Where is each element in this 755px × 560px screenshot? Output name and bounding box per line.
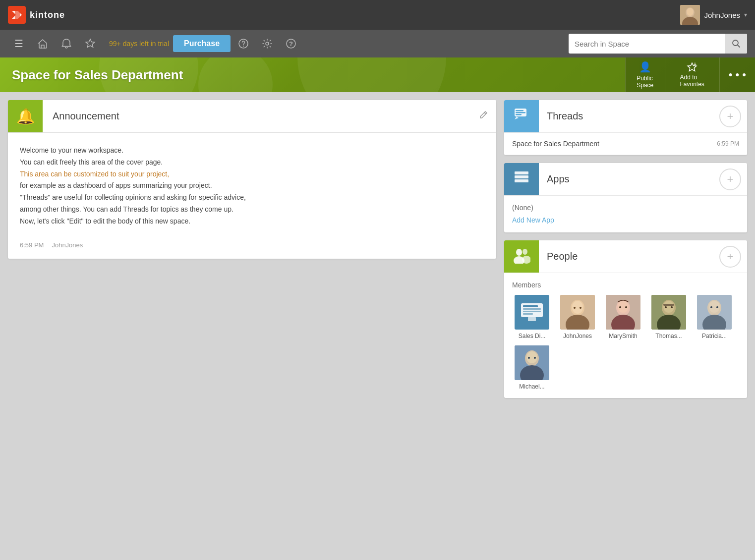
right-panel: Threads + Space for Sales Department 6:5… xyxy=(504,100,747,398)
add-favorites-label: Add toFavorites xyxy=(680,74,704,88)
main-content: 🔔 Announcement Welcome to your new works… xyxy=(0,92,755,406)
announcement-header: 🔔 Announcement xyxy=(8,100,496,133)
svg-point-49 xyxy=(671,306,673,308)
member-name: Sales Di... xyxy=(519,333,546,339)
member-item[interactable]: Patricia... xyxy=(695,295,734,339)
menu-toggle-button[interactable]: ☰ xyxy=(8,33,30,55)
svg-point-55 xyxy=(710,306,712,308)
announcement-body: Welcome to your new workspace. You can e… xyxy=(8,133,496,235)
announcement-footer: 6:59 PM JohnJones xyxy=(8,235,496,259)
svg-rect-29 xyxy=(523,311,541,312)
svg-rect-28 xyxy=(523,308,541,310)
home-icon[interactable] xyxy=(32,33,54,55)
members-label: Members xyxy=(512,281,739,289)
search-input[interactable] xyxy=(569,40,725,48)
member-item[interactable]: Thomas... xyxy=(649,295,689,339)
threads-title: Threads xyxy=(539,111,719,122)
space-title-area: Space for Sales Department xyxy=(0,57,625,92)
svg-point-62 xyxy=(534,357,536,359)
public-space-label: PublicSpace xyxy=(637,75,653,89)
user-menu-chevron-icon[interactable]: ▾ xyxy=(744,11,747,18)
member-name: MarySmith xyxy=(609,333,637,339)
svg-point-61 xyxy=(528,357,530,359)
svg-point-43 xyxy=(625,306,627,308)
user-avatar[interactable] xyxy=(680,5,700,25)
svg-point-23 xyxy=(523,249,527,255)
announcement-title: Announcement xyxy=(43,111,470,122)
second-nav: ☰ 99+ days left in trial Purchase xyxy=(0,30,755,57)
people-title: People xyxy=(539,251,719,262)
thread-item[interactable]: Space for Sales Department 6:59 PM xyxy=(504,133,747,155)
member-avatar xyxy=(515,295,549,330)
announcement-author: JohnJones xyxy=(52,241,83,249)
add-favorites-button[interactable]: + Add toFavorites xyxy=(665,57,719,92)
member-item[interactable]: Sales Di... xyxy=(512,295,552,339)
member-name: Michael... xyxy=(519,383,544,390)
space-header: Space for Sales Department 👤 PublicSpace… xyxy=(0,57,755,92)
svg-marker-2 xyxy=(15,11,20,19)
kintone-logo-icon xyxy=(8,6,26,24)
user-area: JohnJones ▾ xyxy=(680,5,747,25)
svg-point-48 xyxy=(665,306,667,308)
logo-area: kintone xyxy=(8,6,65,24)
svg-point-21 xyxy=(516,249,522,256)
thread-name: Space for Sales Department xyxy=(512,140,599,148)
add-new-app-link[interactable]: Add New App xyxy=(512,216,554,224)
people-icon-box xyxy=(504,240,539,273)
people-icon xyxy=(513,246,530,267)
announcement-timestamp: 6:59 PM xyxy=(20,241,44,249)
more-options-icon: • • • xyxy=(729,68,746,81)
search-button[interactable] xyxy=(725,34,747,54)
people-widget: People + Members xyxy=(504,240,747,398)
svg-point-6 xyxy=(687,8,694,16)
announcement-line-1: Welcome to your new workspace. xyxy=(20,145,484,157)
threads-icon xyxy=(514,107,529,126)
more-options-button[interactable]: • • • xyxy=(719,57,755,92)
space-actions: 👤 PublicSpace + Add toFavorites • • • xyxy=(625,57,755,92)
member-name: Thomas... xyxy=(655,333,682,339)
add-favorites-icon: + xyxy=(687,62,697,73)
member-item[interactable]: MarySmith xyxy=(603,295,643,339)
announcement-icon-box: 🔔 xyxy=(8,100,43,132)
members-grid: Sales Di... xyxy=(512,295,739,390)
people-header: People + xyxy=(504,240,747,273)
svg-rect-18 xyxy=(515,171,528,174)
svg-rect-15 xyxy=(516,110,523,112)
svg-rect-31 xyxy=(528,317,536,321)
announcement-line-5: "Threads" are useful for collecting opin… xyxy=(20,192,484,204)
svg-point-37 xyxy=(580,307,581,309)
space-title: Space for Sales Department xyxy=(12,67,183,83)
apps-none-label: (None) xyxy=(512,204,739,212)
member-name: Patricia... xyxy=(702,333,727,339)
people-body: Members xyxy=(504,273,747,398)
svg-text:?: ? xyxy=(289,40,293,48)
public-space-button[interactable]: 👤 PublicSpace xyxy=(625,57,665,92)
search-area xyxy=(569,34,747,54)
member-item[interactable]: JohnJones xyxy=(558,295,597,339)
threads-widget: Threads + Space for Sales Department 6:5… xyxy=(504,100,747,155)
member-item[interactable]: Michael... xyxy=(512,345,552,390)
people-add-button[interactable]: + xyxy=(719,246,741,268)
favorites-icon[interactable] xyxy=(79,33,101,55)
threads-add-button[interactable]: + xyxy=(719,106,741,127)
top-nav: kintone JohnJones ▾ xyxy=(0,0,755,30)
member-name: JohnJones xyxy=(563,333,592,339)
announcement-line-4: for example as a dashboard of apps summa… xyxy=(20,180,484,192)
settings-icon[interactable] xyxy=(256,33,278,55)
svg-rect-50 xyxy=(663,304,674,306)
help-portal-icon[interactable] xyxy=(232,33,254,55)
svg-point-56 xyxy=(716,306,718,308)
question-icon[interactable]: ? xyxy=(280,33,302,55)
svg-rect-16 xyxy=(516,112,525,113)
trial-text: 99+ days left in trial xyxy=(109,40,169,48)
svg-point-9 xyxy=(266,42,269,45)
threads-icon-box xyxy=(504,100,539,132)
purchase-button[interactable]: Purchase xyxy=(173,35,231,52)
edit-announcement-button[interactable] xyxy=(470,110,496,122)
notifications-icon[interactable] xyxy=(56,33,77,55)
apps-add-button[interactable]: + xyxy=(719,168,741,190)
svg-point-36 xyxy=(574,307,576,309)
apps-body: (None) Add New App xyxy=(504,196,747,232)
apps-icon-box xyxy=(504,163,539,195)
user-avatar-image xyxy=(680,5,700,25)
